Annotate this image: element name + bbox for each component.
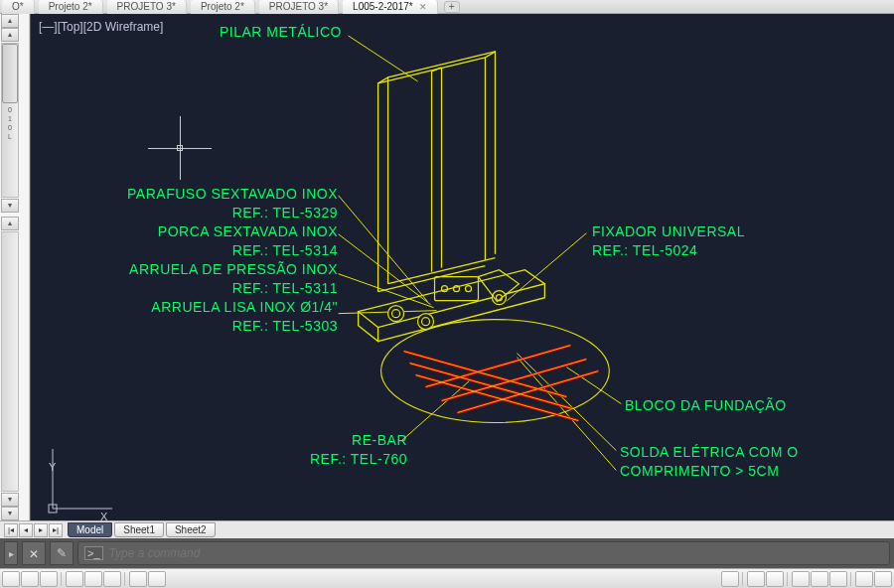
ruler-scale: 0 1 0 L: [2, 103, 18, 163]
svg-line-31: [410, 364, 573, 409]
sheet-nav-next[interactable]: ▸: [34, 523, 48, 537]
document-tab-bar: O* Projeto 2* PROJETO 3* Projeto 2* PROJ…: [0, 0, 894, 14]
sheet-nav-buttons: |◂ ◂ ▸ ▸|: [4, 523, 63, 537]
annotation-solda: SOLDA ELÉTRICA COM O COMPRIMENTO > 5CM: [620, 443, 799, 481]
close-tab-icon[interactable]: ✕: [419, 2, 427, 12]
scroll-up-button[interactable]: ▴: [1, 217, 19, 230]
svg-point-13: [388, 306, 404, 322]
scroll-down-button[interactable]: ▾: [1, 493, 19, 507]
command-prompt-icon: >_: [84, 546, 103, 560]
left-tool-rail: ▴ ▴ 0 1 0 L ▾ ▴ ▾ ▾: [0, 14, 30, 520]
sheet-nav-first[interactable]: |◂: [4, 523, 18, 537]
add-tab-button[interactable]: +: [444, 1, 460, 13]
svg-point-20: [442, 286, 448, 292]
svg-line-8: [402, 381, 470, 441]
svg-line-29: [457, 371, 598, 413]
svg-line-27: [426, 346, 571, 387]
status-button[interactable]: [829, 571, 847, 587]
svg-line-10: [566, 368, 621, 404]
svg-line-9: [507, 233, 586, 301]
scrollbar-track[interactable]: [1, 231, 19, 492]
sheet-tab-sheet1[interactable]: Sheet1: [114, 522, 164, 537]
document-tab[interactable]: Projeto 2*: [191, 0, 255, 14]
status-button[interactable]: [148, 571, 166, 587]
scroll-down-button[interactable]: ▾: [1, 199, 19, 213]
svg-line-4: [339, 196, 428, 302]
document-tab[interactable]: Projeto 2*: [39, 0, 103, 14]
status-button[interactable]: [84, 571, 102, 587]
status-button[interactable]: [103, 571, 121, 587]
svg-point-22: [465, 286, 471, 292]
svg-line-34: [442, 360, 587, 401]
sheet-nav-last[interactable]: ▸|: [49, 523, 63, 537]
layout-tab-bar: |◂ ◂ ▸ ▸| Model Sheet1 Sheet2: [0, 520, 894, 538]
viewport-label[interactable]: [—][Top][2D Wireframe]: [39, 20, 163, 34]
status-button[interactable]: [129, 571, 147, 587]
svg-line-6: [339, 274, 434, 308]
svg-rect-19: [435, 277, 479, 301]
status-button[interactable]: [747, 571, 765, 587]
scroll-down-button[interactable]: ▾: [1, 507, 19, 520]
status-button[interactable]: [811, 571, 828, 587]
ucs-y-label: Y: [49, 461, 56, 473]
svg-point-23: [381, 320, 610, 423]
sheet-nav-prev[interactable]: ◂: [19, 523, 33, 537]
svg-line-25: [410, 364, 573, 409]
status-button[interactable]: [66, 571, 83, 587]
command-input-wrap: >_: [77, 541, 890, 565]
scroll-up-button[interactable]: ▴: [1, 28, 19, 42]
command-close-button[interactable]: ✕: [22, 541, 46, 565]
status-bar: [0, 568, 894, 588]
svg-line-35: [457, 371, 598, 413]
status-button[interactable]: [766, 571, 784, 587]
svg-line-33: [426, 346, 571, 387]
svg-line-30: [404, 352, 567, 397]
sheet-tab-model[interactable]: Model: [68, 522, 112, 537]
command-tool-icon[interactable]: ✎: [50, 541, 74, 565]
status-button[interactable]: [2, 571, 20, 587]
svg-point-17: [492, 291, 506, 305]
svg-point-16: [422, 318, 430, 326]
svg-point-14: [392, 310, 400, 318]
svg-point-15: [418, 314, 434, 330]
svg-point-21: [454, 286, 460, 292]
annotation-fixador: FIXADOR UNIVERSAL REF.: TEL-5024: [592, 222, 745, 260]
ucs-x-label: X: [100, 511, 107, 522]
svg-line-5: [339, 234, 431, 305]
svg-line-26: [416, 375, 579, 421]
svg-line-7: [339, 311, 437, 314]
status-button[interactable]: [874, 571, 892, 587]
document-tab[interactable]: PROJETO 3*: [107, 0, 187, 14]
status-button[interactable]: [21, 571, 39, 587]
document-tab-active[interactable]: L005-2-2017*✕: [343, 0, 438, 14]
command-input[interactable]: [109, 546, 883, 560]
scrollbar-thumb[interactable]: [2, 44, 18, 103]
document-tab[interactable]: O*: [2, 0, 35, 14]
svg-line-32: [416, 375, 579, 421]
svg-line-12: [517, 358, 616, 471]
svg-line-11: [517, 354, 616, 451]
scrollbar-track[interactable]: 0 1 0 L: [1, 43, 19, 198]
svg-point-18: [496, 295, 502, 301]
sheet-tab-sheet2[interactable]: Sheet2: [166, 522, 216, 537]
status-button[interactable]: [721, 571, 739, 587]
command-history-toggle[interactable]: ▸: [4, 541, 18, 565]
svg-line-3: [349, 36, 418, 81]
svg-line-24: [404, 352, 567, 397]
status-button[interactable]: [40, 571, 58, 587]
annotation-pilar: PILAR METÁLICO: [220, 24, 342, 40]
status-button[interactable]: [792, 571, 810, 587]
annotation-rebar: RE-BAR REF.: TEL-760: [310, 431, 407, 469]
status-button[interactable]: [855, 571, 873, 587]
drawing-viewport[interactable]: [—][Top][2D Wireframe] PILAR METÁLICO PA…: [30, 14, 894, 520]
annotation-left-block: PARAFUSO SEXTAVADO INOX REF.: TEL-5329 P…: [127, 185, 338, 336]
command-row: ▸ ✕ ✎ >_: [0, 538, 894, 568]
annotation-bloco: BLOCO DA FUNDAÇÃO: [625, 397, 787, 413]
document-tab[interactable]: PROJETO 3*: [259, 0, 339, 14]
scroll-up-button[interactable]: ▴: [1, 14, 19, 28]
svg-line-28: [442, 360, 587, 401]
